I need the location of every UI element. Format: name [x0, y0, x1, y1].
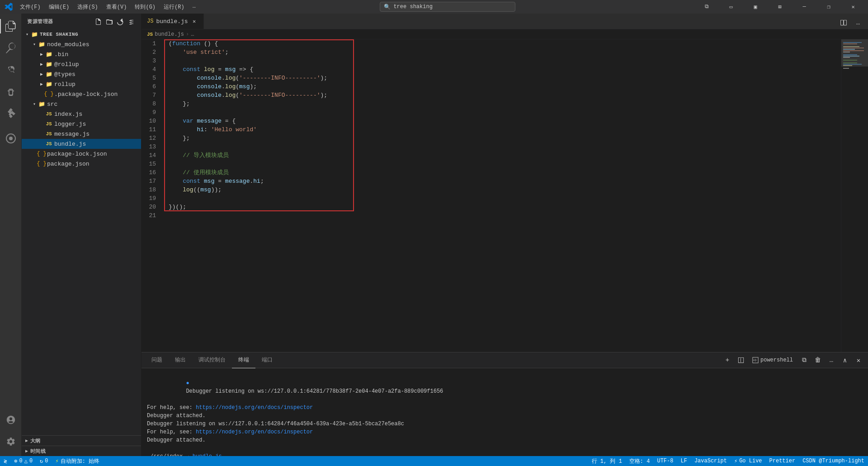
tree-item-logger-js[interactable]: ▶ JS logger.js	[22, 119, 141, 129]
line-number: 10	[142, 117, 160, 125]
status-golive[interactable]: ⚡ Go Live	[731, 456, 766, 466]
terminal-layout-btn[interactable]: ⧉	[798, 354, 810, 366]
kill-terminal-btn[interactable]: 🗑	[812, 354, 824, 366]
sidebar: 资源管理器 ▾ 📁 TREE SHAKI	[22, 14, 142, 456]
activity-item-explorer[interactable]	[0, 15, 22, 37]
editor-content[interactable]: 1 2 3 4 5 6 7 8 9 10 11 12 13 14	[142, 39, 841, 352]
status-spaces[interactable]: 空格: 4	[626, 456, 654, 466]
terminal-content[interactable]: ● Debugger listening on ws://127.0.0.1:6…	[142, 368, 868, 456]
add-terminal-btn[interactable]: +	[722, 354, 733, 366]
status-prettier[interactable]: Prettier	[766, 456, 799, 466]
status-bar-right: 行 1, 列 1 空格: 4 UTF-8 LF JavaScript ⚡ Go …	[588, 456, 868, 466]
menu-view[interactable]: 查看(V)	[103, 2, 131, 12]
src-arrow-icon: ▾	[31, 100, 38, 108]
tree-item-message-js[interactable]: ▶ JS message.js	[22, 129, 141, 139]
sidebar-toggle-btn[interactable]: ▣	[745, 0, 766, 14]
code-viewport[interactable]: (function () { 'use strict'; const log =…	[164, 39, 841, 352]
menu-goto[interactable]: 转到(G)	[131, 2, 159, 12]
maximize-panel-btn[interactable]: ∧	[839, 354, 851, 366]
status-remote[interactable]: ≷	[0, 456, 10, 466]
minimize-btn[interactable]: ─	[794, 0, 815, 14]
activity-item-search[interactable]	[0, 37, 22, 59]
activity-toggle-btn[interactable]: ⊞	[769, 0, 790, 14]
terminal-line: Debugger attached.	[147, 436, 863, 444]
status-autoattach[interactable]: ⚡ 自动附加: 始终	[52, 456, 104, 466]
menu-file[interactable]: 文件(F)	[16, 2, 44, 12]
activity-item-source-control[interactable]	[0, 59, 22, 81]
search-bar[interactable]: 🔍 tree shaking	[380, 2, 515, 12]
activity-item-accounts[interactable]	[0, 409, 22, 431]
status-encoding[interactable]: UTF-8	[653, 456, 677, 466]
tab-bar-actions: …	[834, 16, 868, 29]
new-folder-btn[interactable]	[105, 17, 114, 26]
panel-tab-debug[interactable]: 调试控制台	[192, 352, 232, 368]
status-errors[interactable]: ⊗ 0 △ 0	[10, 456, 36, 466]
panel-more-btn[interactable]: …	[826, 354, 837, 366]
tree-item-node_modules[interactable]: ▾ 📁 node_modules	[22, 39, 141, 49]
powershell-label[interactable]: powershell	[749, 354, 797, 366]
breadcrumb: JS bundle.js › …	[142, 29, 868, 39]
code-line-21	[169, 211, 841, 220]
activity-item-remote[interactable]	[0, 128, 22, 149]
tree-item-bundle-js[interactable]: ▶ JS bundle.js	[22, 139, 141, 149]
terminal-line: ./src/index → bundle.js...	[147, 452, 863, 456]
tree-item-pkg-json[interactable]: ▶ { } package.json	[22, 159, 141, 169]
activity-item-run[interactable]	[0, 81, 22, 102]
tree-item-types[interactable]: ▶ 📁 @types	[22, 69, 141, 79]
code-line-10: var message = {	[169, 117, 841, 125]
tree-item-rollup-pkg[interactable]: ▶ 📁 rollup	[22, 79, 141, 89]
split-editor-btn[interactable]	[837, 16, 850, 29]
menu-edit[interactable]: 编辑(E)	[45, 2, 73, 12]
new-file-btn[interactable]	[94, 17, 103, 26]
panel-tab-terminal[interactable]: 终端	[232, 352, 255, 368]
tree-item-pkg-lock[interactable]: ▶ { } package-lock.json	[22, 149, 141, 159]
tab-close-btn[interactable]: ✕	[191, 18, 198, 25]
code-line-12: };	[169, 134, 841, 143]
pkg-json-icon: { }	[38, 160, 45, 167]
warning-count: 0	[29, 458, 33, 464]
tree-item-bin[interactable]: ▶ 📁 .bin	[22, 49, 141, 59]
breadcrumb-more: …	[191, 31, 194, 38]
menu-more[interactable]: …	[189, 2, 199, 12]
tree-item-index-js[interactable]: ▶ JS index.js	[22, 109, 141, 119]
restore-btn[interactable]: ❐	[818, 0, 839, 14]
terminal-line	[147, 444, 863, 452]
line-number: 7	[142, 91, 160, 100]
close-btn[interactable]: ✕	[843, 0, 863, 14]
status-position[interactable]: 行 1, 列 1	[588, 456, 626, 466]
activity-item-extensions[interactable]	[0, 102, 22, 124]
timeline-header[interactable]: ▶ 时间线	[22, 446, 141, 456]
more-tab-actions-btn[interactable]: …	[852, 16, 864, 29]
menu-run[interactable]: 运行(R)	[160, 2, 188, 12]
menu-select[interactable]: 选择(S)	[74, 2, 102, 12]
node_modules-arrow-icon: ▾	[31, 41, 38, 48]
activity-item-settings[interactable]	[0, 431, 22, 452]
line-number: 14	[142, 151, 160, 160]
close-panel-btn[interactable]: ✕	[853, 354, 864, 366]
status-eol[interactable]: LF	[677, 456, 690, 466]
panel-tab-problems[interactable]: 问题	[145, 352, 169, 368]
outline-header[interactable]: ▶ 大纲	[22, 436, 141, 446]
layout-toggle-btn[interactable]: ⧉	[696, 0, 717, 14]
split-terminal-btn[interactable]	[735, 354, 747, 366]
refresh-btn[interactable]	[116, 17, 125, 26]
error-icon: ⊗	[14, 458, 17, 465]
panel-tab-ports[interactable]: 端口	[255, 352, 279, 368]
collapse-btn[interactable]	[127, 17, 136, 26]
panel-tabs: 问题 输出 调试控制台 终端 端口 + powershell	[142, 352, 868, 368]
tab-bundle-js[interactable]: JS bundle.js ✕	[142, 14, 204, 29]
tree-root[interactable]: ▾ 📁 TREE SHAKING	[22, 29, 141, 39]
panel-tab-output[interactable]: 输出	[169, 352, 192, 368]
tree-item-pkg-lock-nm[interactable]: ▶ { } .package-lock.json	[22, 89, 141, 99]
tree-item-src[interactable]: ▾ 📁 src	[22, 99, 141, 109]
tree-item-rollup[interactable]: ▶ 📁 @rollup	[22, 59, 141, 69]
svg-point-1	[9, 137, 13, 140]
status-csdn[interactable]: CSDN @Triumph-light	[799, 456, 868, 466]
code-area[interactable]: (function () { 'use strict'; const log =…	[164, 39, 841, 220]
panel-toggle-btn[interactable]: ▭	[721, 0, 741, 14]
status-sync[interactable]: ↻ 0	[36, 456, 52, 466]
search-icon: 🔍	[384, 4, 391, 10]
rollup-label: @rollup	[54, 61, 79, 68]
title-bar: 文件(F) 编辑(E) 选择(S) 查看(V) 转到(G) 运行(R) … 🔍 …	[0, 0, 868, 14]
status-language[interactable]: JavaScript	[691, 456, 731, 466]
